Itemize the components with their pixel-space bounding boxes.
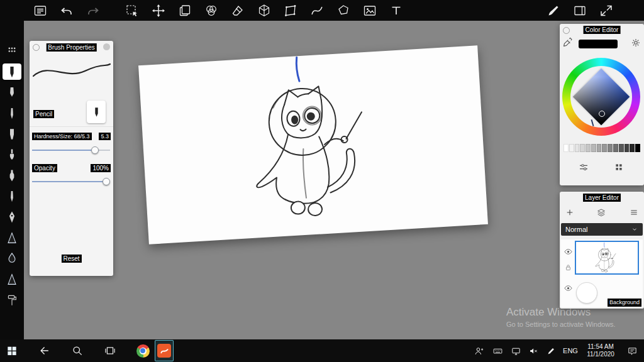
tool-fine-liner[interactable] xyxy=(3,188,21,204)
tool-calligraphy-nib[interactable] xyxy=(3,209,21,225)
people-icon[interactable] xyxy=(469,340,488,361)
hardness-slider-handle[interactable] xyxy=(91,146,99,154)
language-indicator[interactable]: ENG xyxy=(560,347,581,354)
divider xyxy=(30,126,113,127)
brush-panel-title: Brush Properties xyxy=(46,43,96,52)
opacity-slider[interactable] xyxy=(32,177,110,186)
undo-icon[interactable] xyxy=(59,3,74,18)
back-button[interactable] xyxy=(35,340,54,361)
chrome-taskbar-icon[interactable] xyxy=(133,340,152,361)
lasso-icon[interactable] xyxy=(336,3,351,18)
clock-time: 11:54 AM xyxy=(581,343,620,351)
reset-button[interactable]: Reset xyxy=(61,255,81,263)
tool-paintbrush[interactable] xyxy=(3,146,21,163)
grayscale-swatch[interactable] xyxy=(569,144,574,152)
panel-sync-icon[interactable] xyxy=(563,27,570,34)
current-color-swatch[interactable] xyxy=(579,40,618,48)
toolbar-left-icons xyxy=(33,3,404,18)
blend-icon[interactable] xyxy=(204,3,219,18)
opacity-slider-fill xyxy=(32,181,106,182)
tool-marker[interactable] xyxy=(3,126,21,142)
eyedropper-icon[interactable] xyxy=(562,37,574,48)
touch-keyboard-icon[interactable] xyxy=(488,340,507,361)
tool-fountain-pen[interactable] xyxy=(3,84,21,101)
layer1-visibility-toggle[interactable] xyxy=(564,247,573,256)
sliders-view-icon[interactable] xyxy=(578,162,589,173)
grayscale-swatch[interactable] xyxy=(630,144,635,152)
grayscale-swatch[interactable] xyxy=(575,144,580,152)
add-layer-button[interactable] xyxy=(565,207,575,217)
background-thumbnail[interactable] xyxy=(576,282,597,304)
hardness-slider[interactable] xyxy=(32,146,110,155)
move-icon[interactable] xyxy=(151,3,166,18)
grayscale-swatch[interactable] xyxy=(635,144,640,152)
brush-preset-button[interactable] xyxy=(87,101,106,123)
sketch-app-icon xyxy=(157,344,171,358)
grayscale-swatch[interactable] xyxy=(613,144,618,152)
action-center-icon[interactable] xyxy=(620,340,644,361)
select-icon[interactable] xyxy=(125,3,140,18)
grayscale-swatch[interactable] xyxy=(580,144,585,152)
duplicate-icon[interactable] xyxy=(177,3,192,18)
tool-palette-knife[interactable] xyxy=(3,229,21,246)
taskbar-clock[interactable]: 11:54 AM 11/1/2020 xyxy=(581,343,620,358)
task-view-button[interactable] xyxy=(101,340,119,361)
redo-icon[interactable] xyxy=(86,3,101,18)
opacity-value: 100% xyxy=(91,164,111,172)
blend-mode-value: Normal xyxy=(565,226,587,233)
transform-icon[interactable] xyxy=(283,3,298,18)
start-button[interactable] xyxy=(3,340,21,361)
grayscale-swatch[interactable] xyxy=(625,144,630,152)
grayscale-swatch[interactable] xyxy=(597,144,602,152)
layer-stack-icon[interactable] xyxy=(596,207,606,217)
grayscale-swatch[interactable] xyxy=(619,144,624,152)
fullscreen-icon[interactable] xyxy=(599,3,614,18)
activate-windows-watermark: Activate Windows Go to Settings to activ… xyxy=(506,306,616,328)
tool-grid-icon[interactable] xyxy=(6,43,18,56)
drawing-canvas[interactable] xyxy=(138,45,488,244)
grayscale-swatch[interactable] xyxy=(602,144,607,152)
mesh-icon[interactable] xyxy=(257,3,272,18)
hardness-size-label: Hardness/Size: 68/5.3 xyxy=(32,133,92,140)
blend-mode-dropdown[interactable]: Normal xyxy=(561,223,643,236)
eraser-icon[interactable] xyxy=(230,3,245,18)
search-button[interactable] xyxy=(68,340,87,361)
menu-icon[interactable] xyxy=(33,3,48,18)
layer-menu-icon[interactable] xyxy=(629,207,639,217)
layer-list: Background xyxy=(561,239,643,307)
close-icon[interactable] xyxy=(103,43,110,50)
panel-sync-icon[interactable] xyxy=(33,44,40,51)
grayscale-swatch[interactable] xyxy=(591,144,596,152)
background-visibility-toggle[interactable] xyxy=(564,283,573,293)
layer1-thumbnail[interactable] xyxy=(575,241,639,275)
brush-properties-panel: Brush Properties Pencil Hardness/Size: 6… xyxy=(30,41,113,276)
tool-smudge-knife[interactable] xyxy=(3,271,21,287)
network-icon[interactable] xyxy=(507,340,525,361)
layer1-lock-icon[interactable] xyxy=(564,263,572,272)
windows-ink-icon[interactable] xyxy=(542,340,560,361)
text-icon[interactable] xyxy=(389,3,404,18)
grayscale-swatch[interactable] xyxy=(586,144,591,152)
sv-selector-dot[interactable] xyxy=(599,111,605,117)
grayscale-swatch[interactable] xyxy=(564,144,569,152)
taskbar-tray: ENG 11:54 AM 11/1/2020 xyxy=(469,340,644,361)
color-wheel[interactable] xyxy=(562,58,640,136)
image-icon[interactable] xyxy=(362,3,377,18)
drawing-app-taskbar-icon[interactable] xyxy=(155,340,174,361)
layer-editor-panel: Layer Editor Normal Background xyxy=(560,192,644,309)
grayscale-swatch[interactable] xyxy=(608,144,613,152)
tool-water-drop[interactable] xyxy=(3,250,21,266)
gear-icon[interactable] xyxy=(630,37,641,48)
active-brush-label: Pencil xyxy=(33,110,54,118)
tool-list xyxy=(0,63,24,308)
palette-view-icon[interactable] xyxy=(614,162,624,172)
tool-paint-roller[interactable] xyxy=(3,292,21,308)
volume-muted-icon[interactable] xyxy=(525,340,542,361)
tool-ink-pen[interactable] xyxy=(3,105,21,121)
panels-icon[interactable] xyxy=(572,3,587,18)
opacity-slider-handle[interactable] xyxy=(103,178,110,185)
curve-icon[interactable] xyxy=(309,3,325,18)
quick-brush-icon[interactable] xyxy=(546,3,561,18)
tool-pencil[interactable] xyxy=(3,63,21,80)
tool-airbrush[interactable] xyxy=(3,167,21,184)
